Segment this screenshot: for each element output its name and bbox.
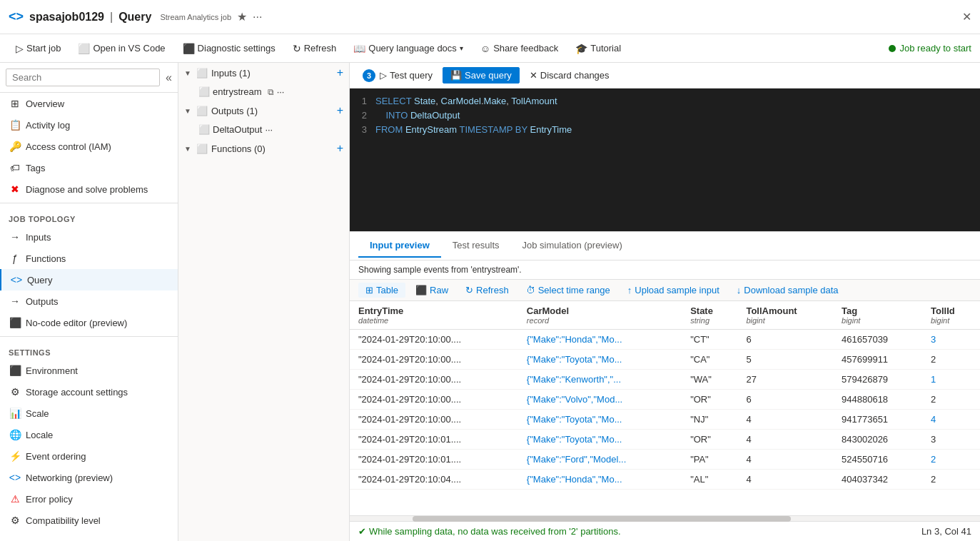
horizontal-scrollbar[interactable] [350,515,980,521]
car-model-link-0[interactable]: {"Make":"Honda","Mo... [527,334,622,345]
sidebar-item-query[interactable]: <> Query [0,269,178,290]
table-row: "2024-01-29T20:10:01.... {"Make":"Toyota… [350,430,980,450]
col-tag[interactable]: Tag bigint [833,301,922,330]
test-play-icon: ▷ [380,70,387,81]
cell-toll-id-5: 3 [922,430,980,450]
cell-tag-1: 457699911 [833,350,922,370]
preview-info: Showing sample events from 'entrystream'… [350,261,980,280]
car-model-link-5[interactable]: {"Make":"Toyota","Mo... [527,434,622,445]
sidebar-item-no-code-editor[interactable]: ⬛ No-code editor (preview) [0,312,178,333]
environment-icon: ⬛ [9,365,21,376]
tree-inputs-node[interactable]: ▼ ⬜ Inputs (1) + [178,63,349,83]
table-row: "2024-01-29T20:10:00.... {"Make":"Toyota… [350,410,980,430]
sidebar-item-activity-log[interactable]: 📋 Activity log [0,114,178,136]
car-model-link-4[interactable]: {"Make":"Toyota","Mo... [527,414,622,425]
sidebar: « ⊞ Overview 📋 Activity log 🔑 Access con… [0,63,178,541]
sidebar-item-event-ordering[interactable]: ⚡ Event ordering [0,445,178,467]
sidebar-item-networking[interactable]: <> Networking (preview) [0,467,178,488]
test-query-button[interactable]: 3 ▷ Test query [355,67,440,84]
preview-refresh-button[interactable]: ↻ Refresh [458,283,516,298]
download-sample-button[interactable]: ↓ Download sample data [729,283,846,298]
share-feedback-button[interactable]: ☺ Share feedback [473,40,565,57]
save-query-button[interactable]: 💾 Save query [443,67,520,84]
cell-entry-time-7: "2024-01-29T20:10:04.... [350,470,518,490]
sidebar-item-outputs[interactable]: → Outputs [0,290,178,312]
diagnostic-settings-button[interactable]: ⬛ Diagnostic settings [176,40,283,57]
sidebar-item-compatibility[interactable]: ⚙ Compatibility level [0,510,178,531]
col-toll-id[interactable]: TollId bigint [922,301,980,330]
table-row: "2024-01-29T20:10:00.... {"Make":"Kenwor… [350,370,980,390]
open-vs-code-button[interactable]: ⬜ Open in VS Code [71,40,172,57]
sidebar-item-inputs[interactable]: → Inputs [0,226,178,248]
sidebar-item-environment[interactable]: ⬛ Environment [0,360,178,381]
entrystream-copy-icon[interactable]: ⧉ [268,87,274,97]
car-model-link-2[interactable]: {"Make":"Kenworth","... [527,374,621,385]
add-function-icon[interactable]: + [337,142,343,155]
query-label: Query [27,275,52,285]
sidebar-item-access-control[interactable]: 🔑 Access control (IAM) [0,136,178,157]
sidebar-item-functions[interactable]: ƒ Functions [0,248,178,269]
add-input-icon[interactable]: + [337,66,343,79]
scroll-thumb[interactable] [413,516,791,522]
tree-deltaoutput-node[interactable]: ⬜ DeltaOutput ··· [178,121,349,138]
code-line-3: 3 FROM EntryStream TIMESTAMP BY EntryTim… [350,123,980,137]
status-message: ✔ While sampling data, no data was recei… [358,526,621,537]
code-line-2: 2 INTO DeltaOutput [350,108,980,123]
line-content-1: SELECT State, CarModel.Make, TollAmount [375,94,980,108]
raw-view-button[interactable]: ⬛ Raw [408,283,455,298]
code-editor[interactable]: 1 SELECT State, CarModel.Make, TollAmoun… [350,89,980,231]
upload-sample-button[interactable]: ↑ Upload sample input [620,283,727,298]
tree-entrystream-node[interactable]: ⬜ entrystream ⧉ ··· [178,83,349,101]
deltaoutput-more-icon[interactable]: ··· [265,124,273,135]
search-input[interactable] [6,69,160,86]
cell-car-model-5: {"Make":"Toyota","Mo... [518,430,682,450]
entrystream-icon: ⬜ [198,86,210,97]
add-output-icon[interactable]: + [337,104,343,117]
more-options-icon[interactable]: ··· [253,11,262,24]
table-view-button[interactable]: ⊞ Table [358,283,405,298]
col-entry-time[interactable]: EntryTime datetime [350,301,518,330]
entry-time-col-name: EntryTime [358,305,403,316]
error-policy-icon: ⚠ [9,493,21,505]
collapse-sidebar-icon[interactable]: « [166,71,172,84]
discard-changes-button[interactable]: ✕ Discard changes [522,68,617,83]
car-model-link-3[interactable]: {"Make":"Volvo","Mod... [527,394,622,405]
col-car-model[interactable]: CarModel record [518,301,682,330]
cell-state-0: "CT" [682,330,737,350]
refresh-button[interactable]: ↻ Refresh [286,40,344,57]
close-button[interactable]: ✕ [962,10,971,24]
table-scroll-area[interactable]: EntryTime datetime CarModel record State… [350,301,980,515]
favorite-icon[interactable]: ★ [237,10,247,24]
resource-type: Stream Analytics job [160,13,231,21]
tree-outputs-node[interactable]: ▼ ⬜ Outputs (1) + [178,101,349,121]
sidebar-item-overview[interactable]: ⊞ Overview [0,93,178,114]
select-time-range-button[interactable]: ⏱ Select time range [519,283,617,298]
car-model-link-1[interactable]: {"Make":"Toyota","Mo... [527,354,622,365]
tab-job-simulation[interactable]: Job simulation (preview) [511,234,634,258]
sidebar-item-error-policy[interactable]: ⚠ Error policy [0,488,178,510]
sidebar-item-tags[interactable]: 🏷 Tags [0,157,178,178]
line-number-2: 2 [350,108,375,123]
save-query-label: Save query [465,70,512,81]
tutorial-button[interactable]: 🎓 Tutorial [568,40,628,57]
cell-toll-id-0: 3 [922,330,980,350]
sidebar-item-scale[interactable]: 📊 Scale [0,403,178,424]
tab-test-results[interactable]: Test results [441,234,511,258]
sidebar-item-locale[interactable]: 🌐 Locale [0,424,178,445]
car-model-link-6[interactable]: {"Make":"Ford","Model... [527,454,626,465]
col-state[interactable]: State string [682,301,737,330]
col-toll-amount[interactable]: TollAmount bigint [737,301,833,330]
scale-label: Scale [26,408,49,419]
entrystream-more-icon[interactable]: ··· [277,86,285,97]
locale-icon: 🌐 [9,429,21,440]
sidebar-item-diagnose[interactable]: ✖ Diagnose and solve problems [0,178,178,200]
table-header-row: EntryTime datetime CarModel record State… [350,301,980,330]
cell-state-5: "OR" [682,430,737,450]
query-language-docs-button[interactable]: 📖 Query language docs ▾ [346,40,470,57]
outputs-label: Outputs [26,296,59,307]
tree-functions-node[interactable]: ▼ ⬜ Functions (0) + [178,138,349,158]
car-model-link-7[interactable]: {"Make":"Honda","Mo... [527,474,622,485]
start-job-button[interactable]: ▷ Start job [9,40,68,57]
tab-input-preview[interactable]: Input preview [358,234,441,258]
sidebar-item-storage-account[interactable]: ⚙ Storage account settings [0,381,178,403]
